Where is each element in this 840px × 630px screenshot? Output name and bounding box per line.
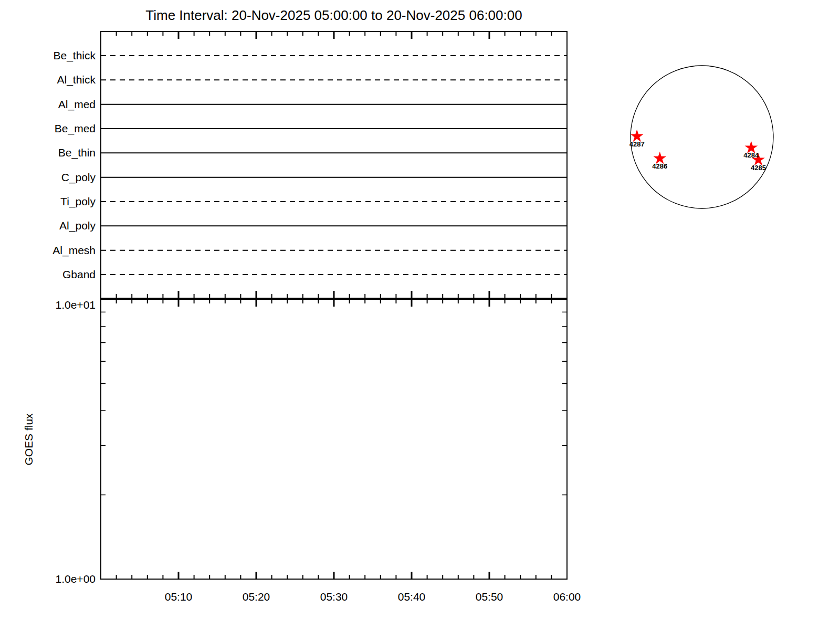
filter-label-C_poly: C_poly (0, 171, 96, 184)
x-tick-label-2: 05:30 (302, 590, 365, 604)
y-tick-label-bottom: 1.0e+00 (0, 572, 96, 586)
filter-label-Be_thick: Be_thick (0, 49, 96, 62)
plot-canvas: Time Interval: 20-Nov-2025 05:00:00 to 2… (0, 0, 840, 630)
x-tick-label-0: 05:10 (147, 590, 210, 604)
x-tick-label-3: 05:40 (380, 590, 443, 604)
active-region-label-4286: 4286 (648, 163, 671, 170)
filter-label-Al_thick: Al_thick (0, 73, 96, 87)
active-region-label-4287: 4287 (625, 141, 648, 148)
x-tick-label-4: 05:50 (458, 590, 521, 604)
filter-label-Al_mesh: Al_mesh (0, 244, 96, 257)
y-tick-label-top: 1.0e+01 (0, 298, 96, 312)
filter-label-Al_med: Al_med (0, 98, 96, 111)
filter-label-Gband: Gband (0, 268, 96, 281)
active-region-label-4284: 4284 (740, 152, 763, 159)
active-region-label-4285: 4285 (747, 164, 770, 172)
x-tick-label-1: 05:20 (225, 590, 288, 604)
filter-label-Be_thin: Be_thin (0, 146, 96, 160)
filter-label-Al_poly: Al_poly (0, 219, 96, 233)
filter-label-Be_med: Be_med (0, 122, 96, 135)
filter-label-Ti_poly: Ti_poly (0, 195, 96, 208)
x-tick-label-5: 06:00 (536, 590, 598, 604)
axis-labels-layer: Be_thickAl_thickAl_medBe_medBe_thinC_pol… (0, 0, 840, 630)
